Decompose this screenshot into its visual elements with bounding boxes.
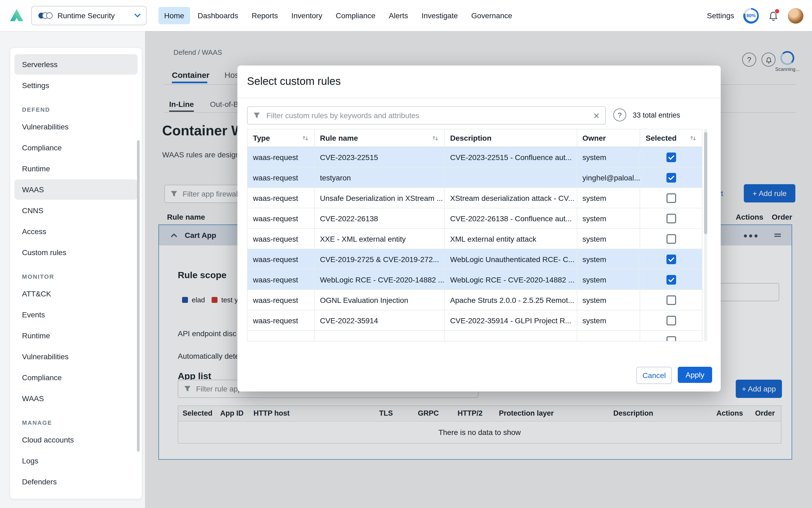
sidebar-item-access[interactable]: Access xyxy=(14,221,137,242)
topbar: Runtime Security Home Dashboards Reports… xyxy=(0,0,812,31)
table-row[interactable]: waas-request testyaron yinghel@paloal... xyxy=(248,168,702,188)
cell-selected xyxy=(640,310,702,330)
sidebar-item-custom-rules[interactable]: Custom rules xyxy=(14,242,137,263)
cell-rule-name: testyaron xyxy=(314,168,445,187)
sidebar-item-cnns[interactable]: CNNS xyxy=(14,200,137,221)
nav-home[interactable]: Home xyxy=(158,7,190,24)
user-avatar[interactable] xyxy=(788,8,803,24)
cell-selected xyxy=(640,188,702,208)
cell-rule-name xyxy=(314,331,445,342)
cell-owner: yinghel@paloal... xyxy=(577,168,640,187)
nav-governance[interactable]: Governance xyxy=(465,7,518,24)
custom-rules-filter-input[interactable] xyxy=(265,111,588,120)
table-row[interactable]: waas-request CVE-2022-35914 CVE-2022-359… xyxy=(248,310,702,331)
table-row[interactable] xyxy=(248,331,702,342)
sidebar-item-alerts[interactable]: Alerts xyxy=(14,493,137,499)
product-switcher-label: Runtime Security xyxy=(57,11,115,20)
sidebar-item-serverless[interactable]: Serverless xyxy=(14,54,137,75)
chevron-down-icon xyxy=(134,13,140,18)
funnel-icon xyxy=(253,112,260,119)
row-checkbox[interactable] xyxy=(666,254,676,264)
sidebar: Serverless Settings DEFEND Vulnerabiliti… xyxy=(10,47,142,499)
nav-alerts[interactable]: Alerts xyxy=(383,7,414,24)
cell-selected xyxy=(640,249,702,269)
cell-rule-name: CVE-2023-22515 xyxy=(314,147,445,167)
row-checkbox[interactable] xyxy=(666,315,676,325)
select-custom-rules-modal: Select custom rules ✕ ? 33 total entries… xyxy=(238,66,721,391)
sidebar-item-compliance[interactable]: Compliance xyxy=(14,137,137,158)
cell-description: XStream deserialization attack - CV... xyxy=(445,188,577,208)
cell-owner: system xyxy=(577,290,640,310)
cell-type: waas-request xyxy=(248,310,314,330)
nav-reports[interactable]: Reports xyxy=(246,7,284,24)
cell-description: Apache Struts 2.0.0 - 2.5.25 Remot... xyxy=(445,290,577,310)
row-checkbox[interactable] xyxy=(666,295,676,305)
usage-ring[interactable]: 80% xyxy=(743,8,759,24)
cell-rule-name: OGNL Evaluation Injection xyxy=(314,290,445,310)
cell-type: waas-request xyxy=(248,208,314,228)
cell-rule-name: CVE-2022-26138 xyxy=(314,208,445,228)
cell-selected xyxy=(640,147,702,167)
custom-rules-table: Type Rule name Description Owner Selecte… xyxy=(247,129,702,342)
cell-owner: system xyxy=(577,147,640,167)
table-row[interactable]: waas-request OGNL Evaluation Injection A… xyxy=(248,290,702,310)
clear-filter-x-icon[interactable]: ✕ xyxy=(593,112,600,120)
column-header-selected[interactable]: Selected xyxy=(646,134,687,142)
sort-arrows-icon[interactable] xyxy=(432,134,439,141)
notifications-bell-icon[interactable] xyxy=(768,10,779,22)
cell-owner: system xyxy=(577,310,640,330)
table-row[interactable]: waas-request CVE-2019-2725 & CVE-2019-27… xyxy=(248,249,702,269)
cell-rule-name: CVE-2019-2725 & CVE-2019-272... xyxy=(314,249,445,269)
nav-investigate[interactable]: Investigate xyxy=(416,7,464,24)
row-checkbox[interactable] xyxy=(666,152,676,162)
row-checkbox[interactable] xyxy=(666,275,676,284)
row-checkbox[interactable] xyxy=(666,193,676,203)
sidebar-item-waas[interactable]: WAAS xyxy=(14,179,137,200)
column-header-rule-name[interactable]: Rule name xyxy=(320,134,429,142)
cell-type: waas-request xyxy=(248,147,314,167)
sidebar-item-logs[interactable]: Logs xyxy=(14,451,137,471)
row-checkbox[interactable] xyxy=(666,234,676,244)
cell-description: WebLogic RCE - CVE-2020-14882 ... xyxy=(445,269,577,289)
column-header-type[interactable]: Type xyxy=(253,134,298,142)
product-switcher[interactable]: Runtime Security xyxy=(31,6,146,25)
cell-type: waas-request xyxy=(248,290,314,310)
sidebar-item-settings[interactable]: Settings xyxy=(14,75,137,95)
sidebar-scrollbar[interactable] xyxy=(137,140,140,452)
table-row[interactable]: waas-request XXE - XML external entity X… xyxy=(248,229,702,249)
cell-selected xyxy=(640,208,702,228)
sidebar-item-attck[interactable]: ATT&CK xyxy=(14,284,137,304)
sidebar-item-vulnerabilities[interactable]: Vulnerabilities xyxy=(14,117,137,137)
table-row[interactable]: waas-request CVE-2022-26138 CVE-2022-261… xyxy=(248,208,702,229)
sidebar-item-waas-monitor[interactable]: WAAS xyxy=(14,388,137,409)
modal-title: Select custom rules xyxy=(247,75,341,88)
nav-inventory[interactable]: Inventory xyxy=(286,7,328,24)
nav-dashboards[interactable]: Dashboards xyxy=(192,7,244,24)
table-row[interactable]: waas-request WebLogic RCE - CVE-2020-148… xyxy=(248,269,702,290)
modal-scrollbar-thumb[interactable] xyxy=(704,132,707,234)
table-row[interactable]: waas-request CVE-2023-22515 CVE-2023-225… xyxy=(248,147,702,168)
cell-rule-name: CVE-2022-35914 xyxy=(314,310,445,330)
apply-button[interactable]: Apply xyxy=(678,367,712,383)
sidebar-item-compliance-monitor[interactable]: Compliance xyxy=(14,367,137,388)
row-checkbox[interactable] xyxy=(666,213,676,223)
sidebar-item-runtime-monitor[interactable]: Runtime xyxy=(14,326,137,346)
cell-owner: system xyxy=(577,188,640,208)
row-checkbox[interactable] xyxy=(666,336,676,342)
prisma-logo-icon[interactable] xyxy=(9,7,25,24)
settings-link[interactable]: Settings xyxy=(707,11,734,20)
sort-arrows-icon[interactable] xyxy=(690,134,696,141)
modal-help-icon[interactable]: ? xyxy=(613,109,626,121)
row-checkbox[interactable] xyxy=(666,173,676,182)
sort-arrows-icon[interactable] xyxy=(302,134,308,141)
cancel-button[interactable]: Cancel xyxy=(636,367,672,384)
sidebar-item-cloud-accounts[interactable]: Cloud accounts xyxy=(14,430,137,450)
column-header-description: Description xyxy=(450,134,571,142)
nav-compliance[interactable]: Compliance xyxy=(330,7,381,24)
sidebar-item-events[interactable]: Events xyxy=(14,304,137,325)
table-row[interactable]: waas-request Unsafe Deserialization in X… xyxy=(248,188,702,208)
sidebar-item-runtime[interactable]: Runtime xyxy=(14,159,137,179)
sidebar-item-vulnerabilities-monitor[interactable]: Vulnerabilities xyxy=(14,346,137,367)
cell-type xyxy=(248,331,314,342)
sidebar-item-defenders[interactable]: Defenders xyxy=(14,471,137,492)
